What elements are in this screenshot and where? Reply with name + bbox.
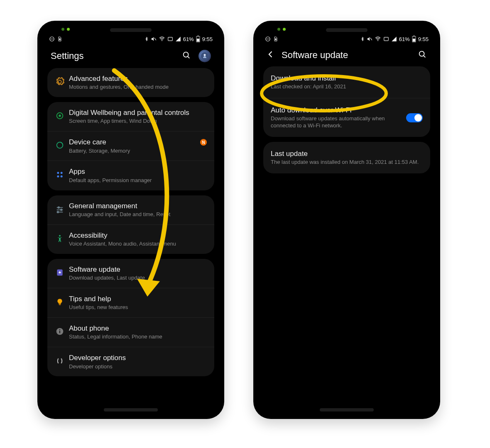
last-update-card: Last update The last update was installe… [263,142,430,173]
settings-group: Software update Download updates, Last u… [47,259,214,377]
row-sub: Motions and gestures, One-handed mode [69,84,208,91]
svg-rect-7 [197,36,198,37]
home-indicator [320,408,374,411]
sliders-icon [55,205,64,215]
row-sub: Language and input, Date and time, Reset [69,211,208,218]
app-bar-settings: Settings [43,44,218,68]
back-icon[interactable] [267,50,275,60]
avatar[interactable] [198,50,211,62]
mute-icon [151,36,157,42]
svg-point-41 [419,51,424,56]
row-title: Tips and help [69,295,208,303]
page-title: Settings [51,51,84,61]
svg-rect-37 [384,37,388,41]
search-icon[interactable] [418,50,427,61]
settings-group: Digital Wellbeing and parental controls … [47,102,214,190]
status-bar: 61% 9:55 [43,34,218,44]
signal-icon [175,36,181,42]
row-title: Software update [69,265,208,274]
row-sub: Last checked on: April 16, 2021 [271,83,423,90]
settings-item-developer-options[interactable]: Developer options Developer options [47,347,214,376]
svg-point-36 [377,40,378,41]
settings-item-advanced-features[interactable]: Advanced features Motions and gestures, … [47,68,214,97]
dev-icon [56,357,64,367]
apps-icon [56,170,64,180]
settings-item-accessibility[interactable]: Accessibility Voice Assistant, Mono audi… [47,224,214,254]
phone-frame-software-update: 61% 9:55 Software update [253,21,440,419]
settings-item-general-management[interactable]: General management Language and input, D… [47,195,214,224]
settings-item-digital-wellbeing[interactable]: Digital Wellbeing and parental controls … [47,102,214,131]
row-title: Advanced features [69,74,208,83]
settings-item-about-phone[interactable]: About phone Status, Legal information, P… [47,317,214,347]
svg-rect-5 [168,37,172,41]
item-auto-download-wifi[interactable]: Auto download over Wi-Fi Download softwa… [263,98,430,137]
svg-point-14 [59,114,61,117]
wifi-icon [375,36,381,42]
wifi-icon [159,36,165,42]
svg-rect-34 [275,39,277,41]
row-title: Last update [271,149,423,158]
svg-line-42 [424,56,425,57]
volte-icon [383,36,389,42]
svg-point-26 [59,235,61,236]
signal-icon [391,36,397,42]
settings-item-device-care[interactable]: Device care Battery, Storage, Memory N [47,131,214,161]
svg-point-4 [162,40,162,41]
settings-list[interactable]: Advanced features Motions and gestures, … [43,68,218,413]
settings-item-tips-and-help[interactable]: Tips and help Useful tips, new features [47,288,214,317]
app-bar-software-update: Software update [259,44,434,66]
row-sub: Download updates, Last update [69,275,208,282]
row-sub: Voice Assistant, Mono audio, Assistant m… [69,241,208,248]
svg-point-17 [61,172,63,174]
item-last-update[interactable]: Last update The last update was installe… [263,142,430,173]
row-sub: Battery, Storage, Memory [69,148,208,155]
accessibility-icon [56,234,64,244]
dnd-icon [265,36,271,42]
settings-group: Advanced features Motions and gestures, … [47,68,214,97]
svg-point-31 [59,329,60,330]
item-download-and-install[interactable]: Download and install Last checked on: Ap… [263,66,430,98]
settings-item-apps[interactable]: Apps Default apps, Permission manager [47,161,214,190]
svg-point-9 [184,52,189,57]
software-update-list: Download and install Last checked on: Ap… [259,66,434,413]
gear-icon [55,77,64,88]
row-sub: Download software updates automatically … [271,115,402,129]
row-sub: Screen time, App timers, Wind Down [69,118,208,125]
screen-settings: 61% 9:55 Settings [43,27,218,413]
volte-icon [167,36,173,42]
bluetooth-icon [360,36,365,42]
battery-text: 61% [399,36,410,42]
svg-point-18 [57,175,59,178]
row-sub: Useful tips, new features [69,304,208,311]
screen-software-update: 61% 9:55 Software update [259,27,434,413]
battery-text: 61% [183,36,194,42]
mute-icon [367,36,372,42]
search-icon[interactable] [182,51,191,61]
bluetooth-icon [145,36,149,42]
row-title: Accessibility [69,231,208,240]
clock-text: 9:55 [202,36,213,42]
settings-item-software-update[interactable]: Software update Download updates, Last u… [47,259,214,288]
page-title: Software update [282,50,348,61]
svg-point-12 [204,54,206,56]
svg-rect-30 [59,331,60,334]
row-title: About phone [69,324,208,333]
svg-point-21 [58,207,59,208]
row-sub: Status, Legal information, Phone name [69,334,208,341]
home-indicator [104,408,158,411]
row-title: General management [69,202,208,210]
svg-line-3 [154,38,156,40]
wellbeing-icon [55,111,64,122]
row-sub: Developer options [69,363,208,370]
svg-rect-2 [59,39,61,41]
phone-frame-settings: 61% 9:55 Settings [37,21,224,419]
svg-rect-39 [413,36,414,37]
tips-icon [56,298,64,308]
battery-icon [412,36,416,42]
row-title: Download and install [271,74,423,83]
toggle-auto-download[interactable] [406,113,423,122]
svg-rect-28 [59,304,61,305]
dnd-icon [49,36,55,42]
info-icon [56,327,64,337]
row-title: Auto download over Wi-Fi [271,106,402,114]
